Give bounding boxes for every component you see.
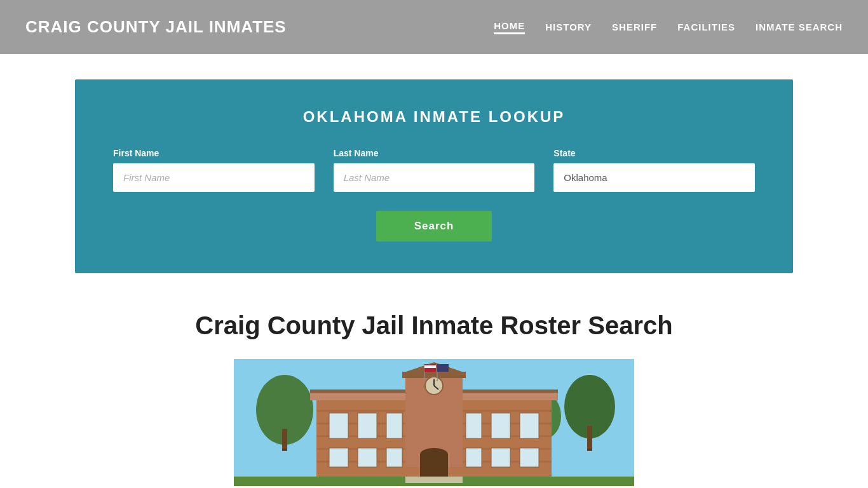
- svg-rect-41: [405, 477, 463, 483]
- main-content: Craig County Jail Inmate Roster Search: [75, 299, 793, 486]
- svg-rect-28: [358, 448, 377, 467]
- first-name-input[interactable]: [113, 163, 315, 192]
- nav-item-history[interactable]: HISTORY: [545, 22, 592, 32]
- svg-rect-24: [466, 413, 482, 438]
- svg-rect-37: [424, 365, 436, 368]
- last-name-group: Last Name: [334, 148, 535, 192]
- search-button[interactable]: Search: [376, 211, 492, 241]
- search-form-row: First Name Last Name State: [113, 148, 755, 192]
- roster-title: Craig County Jail Inmate Roster Search: [75, 311, 793, 340]
- svg-rect-2: [282, 429, 287, 451]
- building-image-container: [75, 359, 793, 486]
- svg-point-34: [420, 448, 448, 461]
- svg-rect-21: [329, 413, 348, 438]
- nav-item-home[interactable]: HOME: [494, 20, 525, 34]
- svg-rect-27: [329, 448, 348, 467]
- inmate-lookup-section: OKLAHOMA INMATE LOOKUP First Name Last N…: [75, 79, 793, 273]
- state-label: State: [553, 148, 755, 158]
- first-name-group: First Name: [113, 148, 315, 192]
- svg-rect-23: [386, 413, 402, 438]
- svg-rect-25: [491, 413, 510, 438]
- state-input[interactable]: [553, 163, 755, 192]
- first-name-label: First Name: [113, 148, 315, 158]
- last-name-input[interactable]: [334, 163, 535, 192]
- svg-rect-39: [437, 364, 449, 372]
- svg-rect-30: [466, 448, 482, 467]
- nav-item-facilities[interactable]: FACILITIES: [677, 22, 735, 32]
- svg-rect-32: [520, 448, 539, 467]
- svg-rect-29: [386, 448, 402, 467]
- last-name-label: Last Name: [334, 148, 535, 158]
- svg-rect-26: [520, 413, 539, 438]
- site-title: CRAIG COUNTY JAIL INMATES: [25, 17, 287, 37]
- state-group: State: [553, 148, 755, 192]
- search-button-row: Search: [113, 211, 755, 241]
- main-nav: HOME HISTORY SHERIFF FACILITIES INMATE S…: [494, 20, 843, 34]
- nav-item-inmate-search[interactable]: INMATE SEARCH: [756, 22, 843, 32]
- site-header: CRAIG COUNTY JAIL INMATES HOME HISTORY S…: [0, 0, 868, 54]
- nav-item-sheriff[interactable]: SHERIFF: [612, 22, 657, 32]
- building-image: [234, 359, 634, 486]
- lookup-title: OKLAHOMA INMATE LOOKUP: [113, 108, 755, 126]
- svg-rect-31: [491, 448, 510, 467]
- svg-rect-4: [587, 426, 592, 451]
- svg-rect-22: [358, 413, 377, 438]
